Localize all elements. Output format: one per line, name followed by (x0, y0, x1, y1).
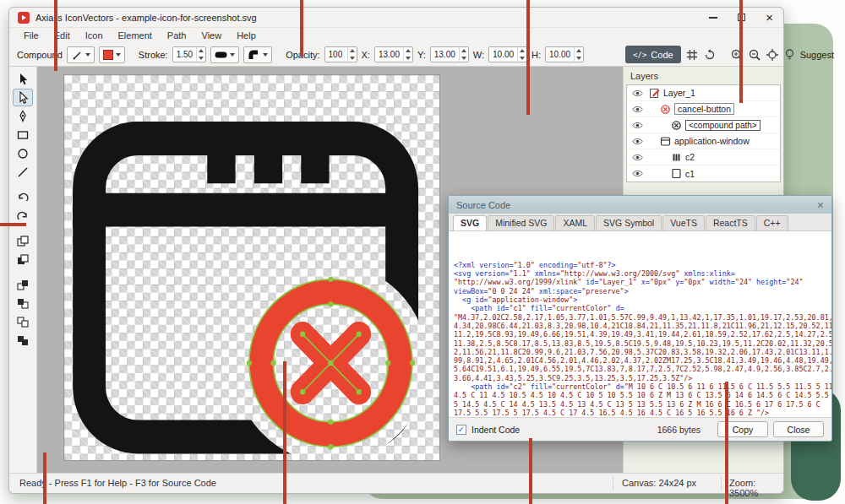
rotate-view-button[interactable] (703, 46, 717, 63)
menu-item[interactable]: Edit (46, 29, 78, 42)
fill-color-dropdown[interactable] (99, 46, 125, 63)
step-down-icon[interactable] (576, 57, 581, 60)
step-down-icon[interactable] (406, 57, 411, 60)
direct-selection-tool[interactable] (13, 89, 33, 106)
stepper-arrows[interactable] (574, 47, 583, 62)
indent-code-checkbox[interactable]: ✓ (456, 425, 466, 435)
suggest-button[interactable]: Suggest (783, 48, 834, 61)
step-up-icon[interactable] (576, 49, 581, 52)
w-value: 10.00 (489, 47, 517, 62)
stepper-arrows[interactable] (403, 47, 412, 62)
stepper-arrows[interactable] (517, 47, 526, 62)
send-backward-tool[interactable] (13, 295, 33, 312)
layer-row[interactable]: <compound path> (627, 117, 780, 133)
close-button[interactable]: × (766, 14, 773, 22)
source-code-tab[interactable]: SVG Symbol (596, 215, 662, 230)
layer-row[interactable]: cancel-button (627, 101, 780, 117)
send-to-back-tool[interactable] (13, 332, 33, 350)
rotate-icon (703, 48, 717, 62)
opacity-stepper[interactable]: 100 (324, 46, 357, 62)
step-down-icon[interactable] (461, 57, 466, 60)
visibility-eye-icon[interactable] (630, 152, 644, 163)
code-line: 4.5 C 11 4.5 10.5 4.5 10 4.5 C 10 5 10 5… (454, 391, 826, 399)
layer-label: application-window (674, 136, 750, 146)
h-label: H: (532, 50, 541, 60)
stepper-arrows[interactable] (196, 47, 205, 62)
source-code-titlebar[interactable]: Source Code × (449, 196, 831, 214)
icon-canvas[interactable] (63, 74, 440, 461)
duplicate-icon (16, 235, 30, 248)
step-up-icon[interactable] (199, 49, 204, 52)
undo-button[interactable] (13, 188, 33, 206)
visibility-eye-icon[interactable] (630, 104, 644, 115)
code-line: <path id="c1" fill="currentColor" d= (454, 304, 826, 312)
source-code-tab[interactable]: Minified SVG (488, 215, 554, 230)
visibility-eye-icon[interactable] (630, 120, 644, 131)
step-down-icon[interactable] (199, 57, 204, 60)
redo-icon (16, 209, 30, 223)
line-cap-dropdown[interactable] (210, 46, 239, 63)
step-up-icon[interactable] (406, 49, 411, 52)
stroke-style-dropdown[interactable] (67, 46, 95, 63)
annotation-line (526, 0, 530, 115)
step-down-icon[interactable] (350, 57, 355, 60)
y-stepper[interactable]: 13.00 (430, 46, 469, 62)
h-stepper[interactable]: 10.00 (545, 46, 584, 62)
visibility-eye-icon[interactable] (630, 136, 644, 147)
visibility-eye-icon[interactable] (630, 168, 644, 179)
menu-item[interactable]: Help (229, 29, 264, 42)
code-line: 11.38,2.5,8.5C8.17,8.5,13.83,8.5,19.5,8.… (454, 339, 826, 348)
line-tool[interactable] (13, 163, 33, 181)
ellipse-tool[interactable] (13, 144, 33, 162)
visibility-eye-icon[interactable] (630, 88, 644, 99)
source-code-close-icon[interactable]: × (817, 200, 824, 210)
source-code-tab[interactable]: SVG (453, 215, 487, 230)
bring-to-front-tool[interactable] (13, 313, 33, 331)
annotation-line (300, 0, 303, 57)
grid-toggle-button[interactable] (685, 46, 699, 63)
code-toggle-button[interactable]: </> Code (625, 46, 681, 63)
menu-item[interactable]: File (16, 29, 46, 42)
selection-tool[interactable] (13, 70, 33, 88)
source-code-tab[interactable]: C++ (756, 215, 788, 230)
window-path-icon (647, 136, 671, 147)
step-up-icon[interactable] (461, 49, 466, 52)
x-stepper[interactable]: 13.00 (374, 46, 413, 62)
rectangle-tool[interactable] (13, 126, 33, 144)
menu-item[interactable]: View (194, 29, 230, 42)
code-editor[interactable]: <?xml version="1.0" encoding="utf-8"?><s… (449, 231, 831, 417)
stroke-width-stepper[interactable]: 1.50 (172, 46, 206, 62)
menu-item[interactable]: Icon (78, 29, 111, 42)
menu-item[interactable]: Element (111, 29, 160, 42)
annotation-line (725, 382, 728, 504)
step-up-icon[interactable] (350, 49, 355, 52)
minimize-button[interactable] (709, 17, 717, 19)
redo-button[interactable] (13, 207, 33, 225)
code-line: 99,8.91,2,4.65,2.01C4.56,2.01,4.46,2.02,… (454, 356, 826, 365)
layer-row[interactable]: Layer_1 (627, 85, 780, 101)
menu-item[interactable]: Path (160, 29, 194, 42)
c2-path-icon (647, 152, 682, 163)
bring-forward-tool[interactable] (13, 276, 33, 294)
code-line: "http://www.w3.org/1999/xlink" id="Layer… (454, 278, 826, 286)
source-code-tab[interactable]: XAML (555, 215, 595, 230)
step-up-icon[interactable] (520, 49, 525, 52)
close-button[interactable]: Close (773, 421, 824, 437)
layer-row[interactable]: c2 (627, 149, 780, 165)
clone-tool[interactable] (13, 251, 33, 268)
center-view-button[interactable] (766, 46, 779, 63)
stepper-arrows[interactable] (347, 47, 357, 62)
x-value: 13.00 (375, 47, 403, 62)
source-code-tab[interactable]: ReactTS (706, 215, 755, 230)
stepper-arrows[interactable] (459, 47, 468, 62)
source-code-tab[interactable]: VueTS (662, 215, 705, 230)
zoom-out-button[interactable] (748, 46, 761, 63)
ellipse-icon (16, 147, 30, 160)
step-down-icon[interactable] (520, 57, 525, 60)
pen-tool[interactable] (13, 107, 33, 125)
w-stepper[interactable]: 10.00 (488, 46, 527, 62)
layer-row[interactable]: c1 (627, 165, 780, 182)
layer-row[interactable]: application-window (627, 133, 780, 149)
line-join-dropdown[interactable] (243, 46, 272, 63)
duplicate-tool[interactable] (13, 232, 33, 250)
